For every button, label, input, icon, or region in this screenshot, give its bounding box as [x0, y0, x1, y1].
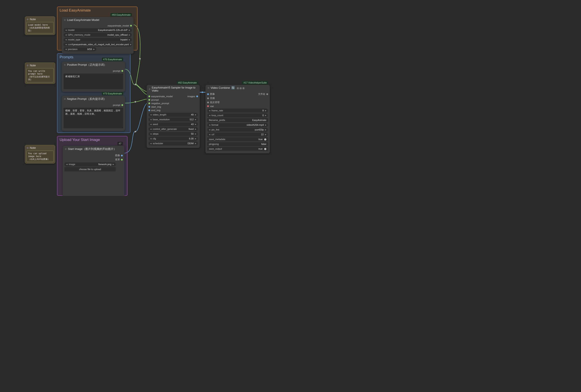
- node-title: Positive Prompt（正向提示词）: [67, 63, 107, 67]
- node-load-easyanimate-model[interactable]: #83 EasyAnimate Load EasyAnimate Model e…: [62, 17, 134, 54]
- widget-crf[interactable]: crf 22: [207, 132, 268, 136]
- node-negative-prompt[interactable]: #73 EasyAnimate Negtive Prompt（反向提示词） pr…: [62, 96, 125, 131]
- node-start-image[interactable]: #7 Start Image（图片到视频的开始图片） 图像 遮罩 image f…: [63, 146, 124, 196]
- in-port-icon[interactable]: [207, 93, 209, 95]
- widget-control-after-generate[interactable]: control_after_generate fixed: [148, 127, 198, 131]
- collapse-icon[interactable]: [64, 19, 66, 21]
- out-port-label: prompt: [113, 104, 120, 106]
- out-port-icon[interactable]: [122, 70, 123, 72]
- out-port-label: 文件名: [258, 92, 265, 96]
- out-port-icon[interactable]: [121, 155, 123, 156]
- widget-pingpong[interactable]: pingpong false: [207, 142, 268, 146]
- node-badge: #17 VideoHelperSuite: [242, 81, 268, 84]
- in-port-label: start_img: [151, 106, 161, 108]
- in-port-label: end_img: [151, 109, 160, 112]
- widget-save-metadata[interactable]: save_metadata true: [207, 137, 268, 142]
- node-badge: #83 EasyAnimate: [110, 13, 132, 16]
- node-easyanimate-sampler[interactable]: #82 EasyAnimate EasyAnimateV5 Sampler fo…: [147, 85, 200, 148]
- svg-point-4: [202, 92, 203, 93]
- out-port-label: easyanimate_model: [108, 24, 129, 27]
- node-positive-prompt[interactable]: #75 EasyAnimate Positive Prompt（正向提示词） p…: [62, 62, 125, 92]
- widget-format[interactable]: format video/h264-mp4: [207, 123, 268, 127]
- in-port-label: negative_prompt: [151, 102, 169, 105]
- widget-cfg[interactable]: cfg 6.00: [148, 136, 198, 141]
- note-text: You can write prompt here: [28, 70, 52, 75]
- node-title: Negtive Prompt（反向提示词）: [67, 97, 106, 101]
- in-port-label: easyanimate_model: [151, 95, 172, 98]
- node-badge: #73 EasyAnimate: [102, 92, 123, 95]
- note-title: Note: [30, 146, 36, 150]
- node-title: Load EasyAnimate Model: [67, 18, 99, 22]
- in-port-label: 图像: [210, 92, 215, 96]
- collapse-icon[interactable]: [65, 148, 66, 150]
- note-load-model: Note Load model here （在此选择要使用的模型）: [25, 16, 55, 35]
- note-text: （在此选择要使用的模型）: [28, 26, 52, 32]
- widget-video-length[interactable]: video_length 49: [148, 113, 198, 117]
- note-text: Load model here: [28, 24, 52, 26]
- node-badge: #7: [118, 142, 123, 145]
- in-port-icon[interactable]: [148, 106, 150, 108]
- out-port-icon[interactable]: [122, 104, 123, 106]
- collapse-icon[interactable]: [64, 64, 66, 66]
- in-port-label: vae: [210, 105, 214, 108]
- toggle-icon[interactable]: [264, 148, 266, 150]
- in-port-icon[interactable]: [148, 110, 150, 111]
- out-port-icon[interactable]: [130, 25, 132, 26]
- in-port-icon[interactable]: [207, 98, 209, 99]
- node-badge: #75 EasyAnimate: [102, 58, 123, 61]
- widget-seed[interactable]: seed 43: [148, 122, 198, 126]
- svg-point-0: [139, 58, 141, 60]
- out-port-icon[interactable]: [196, 96, 198, 97]
- out-port-label: 图像: [115, 154, 120, 157]
- out-port-label: prompt: [113, 70, 120, 72]
- node-video-combine[interactable]: #17 VideoHelperSuite Video Combine 🔄 VHS…: [206, 85, 270, 153]
- in-port-label: 音频: [210, 96, 215, 100]
- widget-image[interactable]: image firework.png: [64, 162, 116, 166]
- out-port-icon[interactable]: [266, 93, 268, 95]
- collapse-icon[interactable]: [64, 98, 66, 100]
- prompt-textarea[interactable]: 夜城烟花汇演: [64, 74, 123, 89]
- node-title: EasyAnimateV5 Sampler for Image to Video: [152, 86, 198, 92]
- svg-point-1: [135, 84, 136, 85]
- widget-model[interactable]: model EasyAnimateV5-12b-zh-InP: [64, 28, 132, 32]
- widget-config[interactable]: config easyanimate_video_v5_magvit_multi…: [64, 42, 132, 46]
- in-port-icon[interactable]: [148, 96, 150, 97]
- choose-file-button[interactable]: choose file to upload: [64, 167, 116, 172]
- svg-point-2: [135, 101, 136, 103]
- reload-icon[interactable]: 🔄: [231, 86, 235, 90]
- note-text: （你可以在此填写提示词）: [28, 75, 52, 81]
- node-title: Video Combine 🔄 VHS: [211, 86, 245, 90]
- collapse-icon[interactable]: [149, 88, 150, 90]
- widget-filename-prefix[interactable]: filename_prefix EasyAnimate: [207, 118, 268, 122]
- in-port-icon[interactable]: [207, 102, 209, 103]
- node-title: Start Image（图片到视频的开始图片）: [68, 147, 116, 151]
- widget-loop-count[interactable]: loop_count 0: [207, 113, 268, 118]
- widget-frame-rate[interactable]: frame_rate 8: [207, 108, 268, 113]
- widget-scheduler[interactable]: scheduler DDIM: [148, 142, 198, 146]
- widget-gpu-memory-mode[interactable]: GPU_memory_mode model_cpu_offload: [64, 33, 132, 37]
- note-text: （在此上传开始图像）: [28, 158, 52, 160]
- widget-save-output[interactable]: save_output true: [207, 147, 268, 151]
- note-title: Note: [30, 64, 36, 67]
- widget-pix-fmt[interactable]: pix_fmt yuv420p: [207, 128, 268, 132]
- out-port-label: 遮罩: [115, 158, 120, 161]
- note-prompt: Note You can write prompt here （你可以在此填写提…: [25, 62, 55, 84]
- out-port-icon[interactable]: [121, 159, 123, 160]
- in-port-icon[interactable]: [207, 105, 209, 107]
- in-port-icon[interactable]: [148, 102, 150, 104]
- widget-base-resolution[interactable]: base_resolution 512: [148, 118, 198, 122]
- note-text: You can upload image here: [28, 152, 52, 158]
- toggle-icon[interactable]: [264, 138, 266, 140]
- in-port-label: prompt: [151, 98, 159, 101]
- widget-model-type[interactable]: model_type Inpaint: [64, 38, 132, 42]
- widget-precision[interactable]: precision bf16: [64, 47, 96, 51]
- in-port-icon[interactable]: [148, 99, 150, 101]
- widget-steps[interactable]: steps 50: [148, 132, 198, 136]
- collapse-icon[interactable]: [208, 87, 209, 89]
- group-title: Load EasyAnimate: [59, 8, 135, 13]
- note-upload-image: Note You can upload image here （在此上传开始图像…: [25, 145, 55, 164]
- group-title: Upload Your Start Image: [59, 137, 125, 142]
- out-port-label: images: [188, 95, 195, 98]
- prompt-textarea[interactable]: 模糊，突变，变形，失真，画面暗，画面固定，连环画，漫画，线稿，没有主体。: [64, 108, 123, 128]
- note-title: Note: [30, 18, 36, 21]
